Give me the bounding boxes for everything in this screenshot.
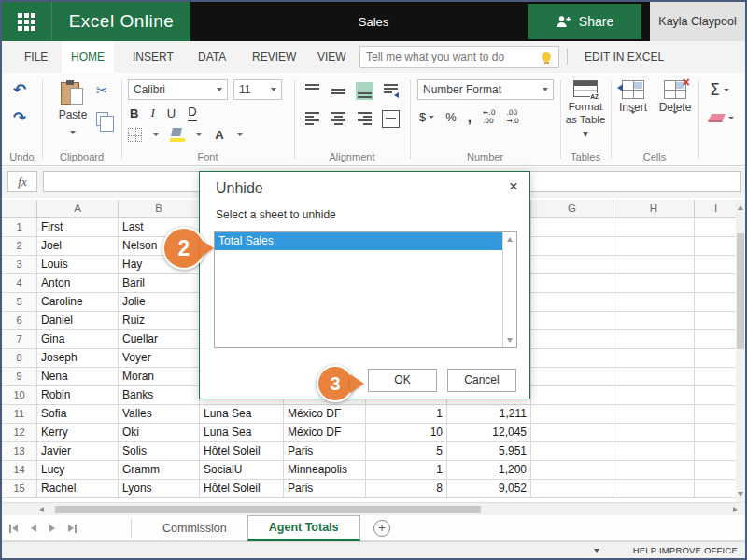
clear-button[interactable]: [710, 114, 734, 122]
grid-cell[interactable]: 5: [366, 442, 447, 461]
align-center-button[interactable]: [330, 110, 347, 128]
column-header-A[interactable]: A: [37, 200, 119, 218]
grid-cell[interactable]: [613, 405, 695, 424]
grid-cell[interactable]: Javier: [37, 442, 119, 461]
grid-cell[interactable]: Louis: [37, 256, 119, 274]
last-sheet-button[interactable]: [68, 525, 77, 533]
tell-me-box[interactable]: Tell me what you want to do: [359, 46, 559, 68]
grid-cell[interactable]: [531, 274, 613, 293]
grid-cell[interactable]: Rachel: [37, 480, 119, 498]
font-color-button[interactable]: BA: [213, 126, 226, 143]
grid-cell[interactable]: Hôtel Soleil: [200, 442, 284, 461]
grid-cell[interactable]: 1,200: [447, 461, 531, 480]
grid-cell[interactable]: Gina: [37, 330, 119, 349]
grid-cell[interactable]: [695, 218, 738, 237]
grid-cell[interactable]: [695, 480, 738, 498]
bold-button[interactable]: B: [130, 106, 138, 120]
grid-cell[interactable]: [695, 256, 738, 274]
delete-cells-button[interactable]: × Delete: [655, 80, 695, 131]
grid-cell[interactable]: Valles: [119, 405, 200, 424]
grid-cell[interactable]: Lyons: [119, 480, 200, 498]
format-as-table-button[interactable]: Format as Table ▾: [564, 80, 607, 140]
row-number[interactable]: 1: [2, 218, 37, 237]
grid-cell[interactable]: [531, 312, 613, 330]
grid-cell[interactable]: [531, 349, 613, 368]
grid-cell[interactable]: 1: [366, 461, 447, 480]
row-number[interactable]: 2: [2, 237, 37, 256]
row-number[interactable]: 11: [2, 405, 37, 424]
grid-cell[interactable]: [613, 330, 695, 349]
select-all-corner[interactable]: [2, 200, 37, 218]
row-number[interactable]: 6: [2, 312, 37, 330]
align-left-button[interactable]: [303, 110, 321, 128]
grid-cell[interactable]: Oki: [119, 424, 200, 442]
grid-cell[interactable]: Hôtel Soleil: [200, 480, 284, 498]
tab-file[interactable]: FILE: [15, 41, 57, 73]
grid-cell[interactable]: Ruiz: [119, 312, 200, 330]
grid-cell[interactable]: [695, 293, 738, 312]
grid-cell[interactable]: SocialU: [200, 461, 284, 480]
next-sheet-button[interactable]: [49, 525, 57, 533]
grid-cell[interactable]: [531, 480, 613, 498]
grid-cell[interactable]: [613, 480, 695, 498]
grid-cell[interactable]: Banks: [119, 386, 200, 405]
column-header-B[interactable]: B: [119, 200, 200, 218]
tab-data[interactable]: DATA: [189, 41, 235, 73]
row-number[interactable]: 13: [2, 442, 37, 461]
sheet-list-item[interactable]: Total Sales: [215, 232, 502, 250]
horizontal-scroll-thumb[interactable]: [55, 506, 481, 513]
grid-cell[interactable]: Sofia: [37, 405, 119, 424]
scroll-down-icon[interactable]: [507, 338, 513, 343]
first-sheet-button[interactable]: [9, 525, 18, 533]
underline-button[interactable]: U: [167, 106, 176, 120]
grid-cell[interactable]: Minneapolis: [284, 461, 366, 480]
grid-cell[interactable]: [531, 386, 613, 405]
grid-cell[interactable]: [613, 274, 695, 293]
grid-cell[interactable]: [531, 256, 613, 274]
ok-button[interactable]: OK: [368, 369, 437, 392]
scroll-left-icon[interactable]: [39, 507, 44, 512]
edit-in-excel-button[interactable]: EDIT IN EXCEL: [577, 41, 671, 73]
grid-cell[interactable]: Paris: [284, 480, 366, 498]
row-number[interactable]: 8: [2, 349, 37, 368]
grid-cell[interactable]: [695, 405, 738, 424]
grid-cell[interactable]: Robin: [37, 386, 119, 405]
grid-cell[interactable]: Cuellar: [119, 330, 200, 349]
share-button[interactable]: Share: [528, 4, 641, 39]
grid-cell[interactable]: [613, 237, 695, 256]
tab-home[interactable]: HOME: [62, 41, 114, 73]
grid-cell[interactable]: [613, 293, 695, 312]
borders-button[interactable]: [128, 128, 142, 142]
autosum-button[interactable]: Σ: [710, 80, 729, 99]
fill-color-button[interactable]: [170, 128, 185, 142]
scroll-up-icon[interactable]: [738, 205, 743, 210]
help-improve-office-link[interactable]: HELP IMPROVE OFFICE: [633, 542, 738, 559]
insert-cells-button[interactable]: Insert: [613, 80, 653, 131]
grid-cell[interactable]: [695, 424, 738, 442]
grid-cell[interactable]: Voyer: [119, 349, 200, 368]
grid-cell[interactable]: [695, 349, 738, 368]
column-header-H[interactable]: H: [613, 200, 695, 218]
grid-cell[interactable]: [695, 237, 738, 256]
grid-cell[interactable]: Joseph: [37, 349, 119, 368]
row-number[interactable]: 14: [2, 461, 37, 480]
previous-sheet-button[interactable]: [29, 525, 37, 533]
currency-button[interactable]: $: [419, 110, 434, 124]
align-right-button[interactable]: [356, 110, 374, 128]
sheet-tab-commission[interactable]: Commission: [142, 515, 247, 541]
grid-cell[interactable]: [613, 349, 695, 368]
grid-cell[interactable]: [613, 256, 695, 274]
undo-button[interactable]: ↶: [13, 80, 26, 99]
grid-cell[interactable]: Daniel: [37, 312, 119, 330]
grid-cell[interactable]: 1: [366, 405, 447, 424]
grid-cell[interactable]: Luna Sea: [200, 424, 284, 442]
decrease-decimal-button[interactable]: .00 →.0: [506, 108, 518, 125]
vertical-scrollbar[interactable]: [736, 200, 745, 502]
grid-cell[interactable]: [613, 442, 695, 461]
align-top-button[interactable]: [303, 82, 321, 100]
row-number[interactable]: 4: [2, 274, 37, 293]
grid-cell[interactable]: Caroline: [37, 293, 119, 312]
scroll-down-icon[interactable]: [738, 492, 743, 497]
wrap-text-button[interactable]: [382, 82, 400, 100]
grid-cell[interactable]: [531, 237, 613, 256]
